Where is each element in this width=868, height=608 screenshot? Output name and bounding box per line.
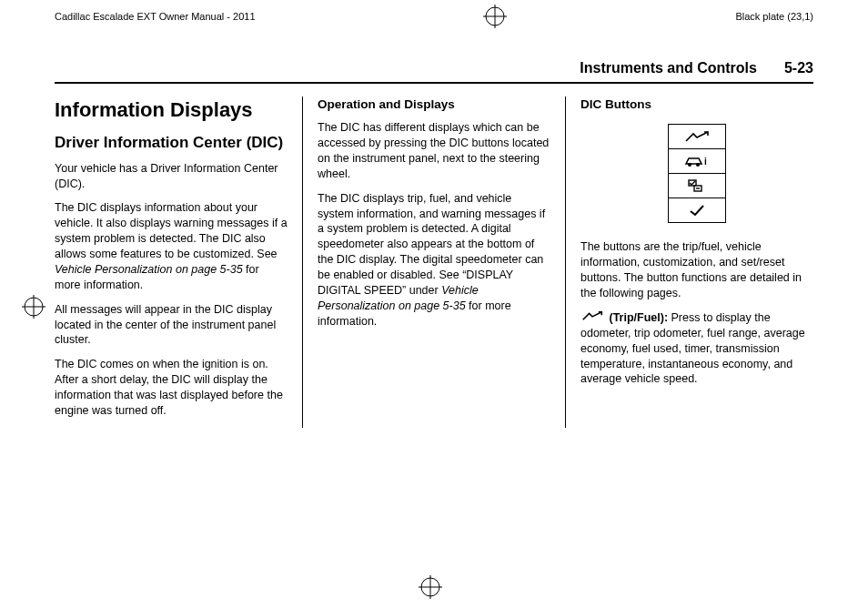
heading-information-displays: Information Displays xyxy=(55,96,288,124)
column-2: Operation and Displays The DIC has diffe… xyxy=(302,96,565,428)
trip-fuel-label: (Trip/Fuel): xyxy=(606,311,671,324)
svg-point-3 xyxy=(688,163,691,167)
set-reset-button-icon xyxy=(668,198,726,223)
paragraph: The DIC displays trip, fuel, and vehicle… xyxy=(318,191,550,329)
print-meta-bar: Cadillac Escalade EXT Owner Manual - 201… xyxy=(0,0,868,29)
paragraph: Your vehicle has a Driver Information Ce… xyxy=(55,161,288,192)
trip-fuel-icon xyxy=(580,310,604,326)
svg-point-4 xyxy=(696,163,700,167)
svg-text:i: i xyxy=(704,157,707,167)
plate-label: Black plate (23,1) xyxy=(735,11,813,22)
vehicle-info-button-icon: i xyxy=(668,148,726,173)
paragraph: The DIC displays information about your … xyxy=(55,200,288,292)
heading-dic-buttons: DIC Buttons xyxy=(580,96,813,113)
heading-dic: Driver Information Center (DIC) xyxy=(55,133,288,154)
running-header: Instruments and Controls 5-23 xyxy=(55,35,813,84)
section-title: Instruments and Controls xyxy=(580,60,757,76)
column-3: DIC Buttons i xyxy=(565,96,813,428)
trip-fuel-definition: (Trip/Fuel): Press to display the odomet… xyxy=(580,310,813,388)
paragraph: The DIC comes on when the ignition is on… xyxy=(55,357,288,419)
dic-buttons-figure: i xyxy=(668,124,726,223)
paragraph: The buttons are the trip/fuel, vehicle i… xyxy=(580,239,813,301)
paragraph: The DIC has different displays which can… xyxy=(318,120,550,182)
trip-fuel-button-icon xyxy=(668,124,726,148)
registration-mark-icon xyxy=(419,575,442,603)
column-1: Information Displays Driver Information … xyxy=(55,96,302,428)
content-columns: Information Displays Driver Information … xyxy=(55,96,813,428)
registration-mark-icon xyxy=(477,5,513,28)
page-number: 5-23 xyxy=(784,60,813,76)
page-body: Instruments and Controls 5-23 Informatio… xyxy=(55,35,813,428)
cross-ref: Vehicle Personalization on page 5‑35 xyxy=(55,263,243,276)
doc-title: Cadillac Escalade EXT Owner Manual - 201… xyxy=(55,11,256,22)
registration-mark-icon xyxy=(22,295,45,322)
customization-button-icon xyxy=(668,173,726,198)
heading-operation: Operation and Displays xyxy=(318,96,550,113)
paragraph: All messages will appear in the DIC disp… xyxy=(55,302,288,349)
